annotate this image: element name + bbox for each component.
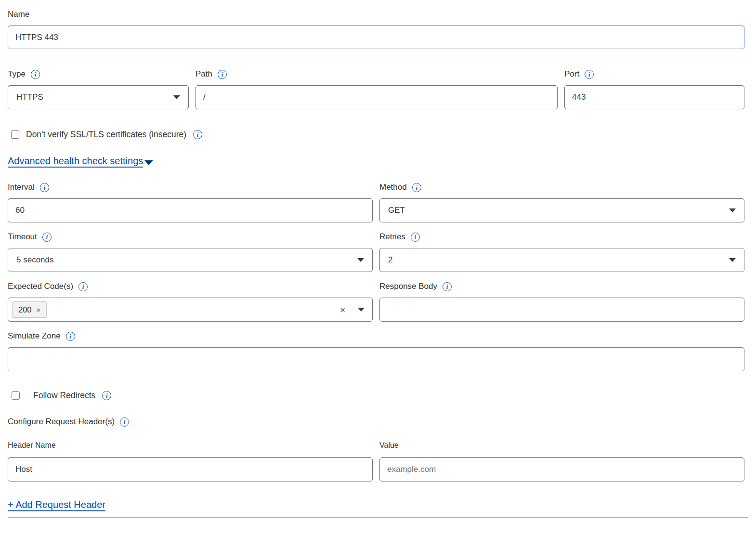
- info-icon[interactable]: i: [412, 183, 421, 192]
- interval-method-row: Interval i Method i GET: [8, 182, 744, 222]
- advanced-settings-link[interactable]: Advanced health check settings: [8, 156, 143, 167]
- header-row: Header Name Value: [8, 441, 744, 481]
- timeout-field: Timeout i 5 seconds: [8, 231, 373, 272]
- path-label: Path: [196, 69, 212, 79]
- response-body-input[interactable]: [379, 298, 744, 322]
- info-icon[interactable]: i: [411, 233, 420, 242]
- advanced-settings-toggle[interactable]: Advanced health check settings: [8, 156, 744, 167]
- timeout-retries-row: Timeout i 5 seconds Retries i 2: [8, 231, 744, 272]
- request-headers-section-label: Configure Request Header(s): [8, 417, 115, 427]
- header-name-label: Header Name: [8, 441, 56, 450]
- info-icon[interactable]: i: [585, 70, 594, 79]
- timeout-select-value: 5 seconds: [16, 255, 54, 265]
- info-icon[interactable]: i: [78, 282, 88, 291]
- add-request-header-row: + Add Request Header: [8, 499, 744, 510]
- info-icon[interactable]: i: [40, 183, 49, 192]
- name-label: Name: [8, 10, 29, 19]
- response-body-field: Response Body i: [379, 281, 744, 322]
- timeout-label: Timeout: [8, 232, 37, 242]
- follow-redirects-label: Follow Redirects: [33, 390, 95, 401]
- header-value-field: Value: [379, 441, 744, 481]
- request-headers-section: Configure Request Header(s) i: [8, 416, 744, 428]
- header-value-label: Value: [379, 441, 399, 450]
- type-select-value: HTTPS: [16, 92, 43, 102]
- simulate-zone-label: Simulate Zone: [8, 331, 61, 341]
- chevron-down-icon[interactable]: [358, 308, 365, 312]
- add-request-header-button[interactable]: + Add Request Header: [8, 499, 105, 510]
- header-value-input[interactable]: [379, 457, 744, 481]
- method-select[interactable]: GET: [379, 198, 744, 222]
- type-path-port-row: Type i HTTPS Path i Port i: [8, 68, 744, 109]
- info-icon[interactable]: i: [443, 282, 452, 291]
- response-body-label: Response Body: [379, 282, 437, 291]
- info-icon[interactable]: i: [66, 332, 75, 341]
- health-check-form: Name Type i HTTPS Path i Port i: [8, 9, 744, 518]
- simulate-zone-field: Simulate Zone i: [8, 330, 744, 371]
- expected-codes-field: Expected Code(s) i 200 × ×: [8, 281, 373, 322]
- chevron-down-icon: [173, 95, 180, 99]
- retries-select[interactable]: 2: [379, 248, 744, 272]
- info-icon[interactable]: i: [31, 70, 40, 79]
- retries-field: Retries i 2: [379, 231, 744, 272]
- retries-label: Retries: [379, 232, 405, 242]
- name-input[interactable]: [8, 26, 744, 49]
- method-field: Method i GET: [379, 182, 744, 222]
- verify-ssl-label: Don't verify SSL/TLS certificates (insec…: [26, 130, 186, 140]
- info-icon[interactable]: i: [218, 70, 227, 79]
- port-label: Port: [564, 69, 579, 79]
- type-field: Type i HTTPS: [8, 68, 189, 109]
- path-field: Path i: [196, 68, 558, 109]
- clear-all-icon[interactable]: ×: [340, 305, 345, 314]
- remove-tag-icon[interactable]: ×: [37, 306, 41, 314]
- header-name-field: Header Name: [8, 441, 373, 481]
- verify-ssl-row: Don't verify SSL/TLS certificates (insec…: [8, 130, 744, 140]
- follow-redirects-checkbox[interactable]: [12, 391, 20, 400]
- interval-field: Interval i: [8, 182, 373, 222]
- header-name-input[interactable]: [8, 457, 373, 481]
- info-icon[interactable]: i: [42, 233, 52, 242]
- codes-body-row: Expected Code(s) i 200 × × Response Body…: [8, 281, 744, 322]
- chevron-down-icon: [729, 258, 736, 262]
- path-input[interactable]: [196, 85, 558, 109]
- name-field: Name: [8, 9, 744, 49]
- expected-code-tag-label: 200: [18, 305, 32, 314]
- timeout-select[interactable]: 5 seconds: [8, 248, 373, 272]
- section-divider: [8, 517, 748, 518]
- expected-code-tag: 200 ×: [12, 301, 47, 318]
- interval-label: Interval: [8, 182, 35, 192]
- verify-ssl-checkbox[interactable]: [11, 130, 19, 139]
- expected-codes-label: Expected Code(s): [8, 282, 73, 291]
- expected-codes-multiselect[interactable]: 200 × ×: [8, 298, 373, 322]
- chevron-down-icon: [357, 258, 364, 262]
- type-select[interactable]: HTTPS: [8, 85, 189, 109]
- retries-select-value: 2: [388, 255, 392, 265]
- port-field: Port i: [564, 68, 744, 109]
- port-input[interactable]: [564, 85, 744, 109]
- type-label: Type: [8, 69, 26, 79]
- method-select-value: GET: [388, 206, 405, 215]
- info-icon[interactable]: i: [102, 391, 111, 400]
- triangle-down-icon: [144, 160, 153, 165]
- info-icon[interactable]: i: [120, 417, 129, 427]
- simulate-zone-input[interactable]: [8, 347, 744, 371]
- interval-input[interactable]: [8, 198, 373, 222]
- follow-redirects-row: Follow Redirects i: [8, 390, 744, 401]
- method-label: Method: [379, 182, 407, 192]
- chevron-down-icon: [729, 208, 736, 212]
- info-icon[interactable]: i: [193, 130, 202, 139]
